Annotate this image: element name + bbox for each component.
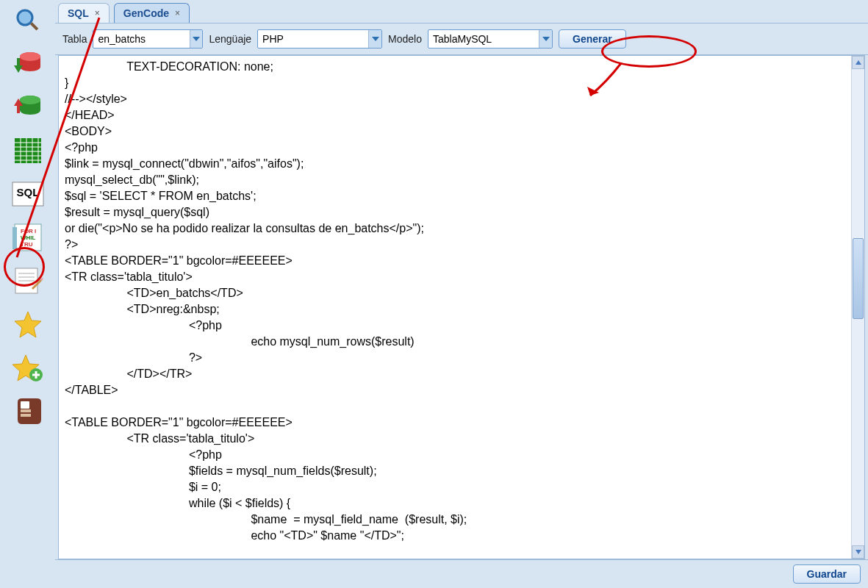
code-area-wrap: TEXT-DECORATION: none; } //--></style> <…: [58, 55, 865, 559]
db-up-icon[interactable]: [10, 48, 46, 80]
tabla-select[interactable]: [93, 29, 203, 49]
scroll-up-icon[interactable]: [852, 56, 864, 69]
tab-bar: SQL × GenCode ×: [55, 0, 868, 23]
main-panel: SQL × GenCode × Tabla Lengüaje Modelo Ge…: [55, 0, 868, 588]
close-icon[interactable]: ×: [175, 8, 180, 18]
svg-rect-6: [15, 138, 41, 163]
svg-point-5: [20, 96, 40, 104]
lenguaje-label: Lengüaje: [209, 33, 251, 45]
svg-rect-1: [30, 22, 38, 30]
svg-text:WHIL: WHIL: [21, 234, 36, 241]
sql-icon[interactable]: SQL: [10, 178, 46, 210]
tabla-label: Tabla: [62, 33, 87, 45]
star-icon[interactable]: [10, 308, 46, 340]
generar-button[interactable]: Generar: [559, 29, 626, 49]
tab-sql[interactable]: SQL ×: [58, 3, 110, 23]
guardar-button[interactable]: Guardar: [793, 564, 861, 584]
toolbar: Tabla Lengüaje Modelo Generar: [55, 23, 868, 55]
search-icon[interactable]: [10, 4, 46, 37]
svg-rect-30: [21, 409, 31, 412]
scroll-thumb[interactable]: [853, 238, 864, 319]
tabla-value[interactable]: [93, 31, 189, 47]
svg-rect-31: [21, 414, 31, 417]
chevron-down-icon[interactable]: [368, 30, 381, 48]
star-add-icon[interactable]: [10, 351, 46, 384]
svg-text:FOR I: FOR I: [21, 228, 36, 234]
db-down-icon[interactable]: [10, 91, 46, 123]
svg-text:SQL: SQL: [16, 186, 39, 198]
code-area[interactable]: TEXT-DECORATION: none; } //--></style> <…: [59, 56, 851, 559]
svg-rect-19: [12, 227, 17, 249]
svg-point-0: [18, 10, 32, 25]
footer: Guardar: [55, 559, 868, 588]
vertical-scrollbar[interactable]: [851, 56, 864, 559]
close-icon[interactable]: ×: [95, 8, 100, 18]
address-book-icon[interactable]: [10, 395, 46, 427]
modelo-label: Modelo: [388, 33, 422, 45]
tab-label: GenCode: [123, 7, 169, 19]
chevron-down-icon[interactable]: [539, 30, 552, 48]
lenguaje-value[interactable]: [258, 31, 368, 47]
tab-gencode[interactable]: GenCode ×: [114, 3, 190, 23]
svg-rect-29: [21, 401, 29, 409]
grid-icon[interactable]: [10, 135, 46, 167]
code-icon[interactable]: FOR IWHILTRU: [10, 221, 46, 254]
svg-text:TRU: TRU: [21, 241, 33, 248]
svg-point-3: [20, 52, 40, 61]
chevron-down-icon[interactable]: [190, 30, 203, 48]
edit-page-icon[interactable]: [10, 265, 46, 297]
modelo-select[interactable]: [428, 29, 553, 49]
scroll-down-icon[interactable]: [852, 545, 864, 559]
sidebar: SQL FOR IWHILTRU: [0, 0, 55, 588]
modelo-value[interactable]: [428, 31, 539, 47]
lenguaje-select[interactable]: [257, 29, 382, 49]
scroll-track[interactable]: [852, 69, 864, 545]
tab-label: SQL: [68, 7, 89, 19]
